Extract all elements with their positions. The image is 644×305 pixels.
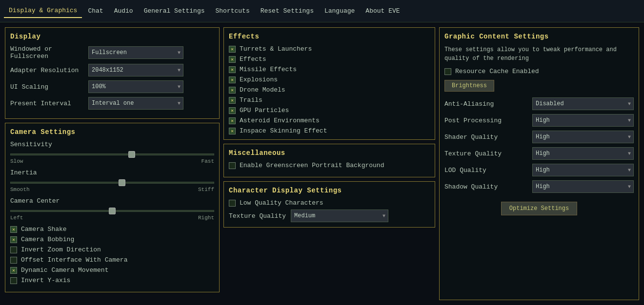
gc-setting-row: Texture QualityLowMediumHigh: [444, 147, 634, 160]
effect-checkbox[interactable]: [229, 66, 236, 73]
effect-checkbox[interactable]: [229, 128, 236, 134]
nav-item-reset-settings[interactable]: Reset Settings: [256, 4, 319, 18]
sensitivity-slider[interactable]: [10, 153, 214, 155]
gc-setting-label: Texture Quality: [444, 150, 532, 157]
effect-checkbox[interactable]: [229, 97, 236, 104]
gc-setting-select[interactable]: LowMediumHigh: [532, 114, 634, 127]
misc-title: Miscellaneous: [229, 149, 430, 157]
gc-settings-list: Anti-AliasingDisabledFXAATAAPost Process…: [444, 97, 634, 193]
windowed-select[interactable]: Fullscreen Windowed: [88, 46, 183, 59]
camera-checkbox-label: Invert Zoom Direction: [21, 246, 101, 253]
char-display-title: Character Display Settings: [229, 187, 430, 194]
gc-setting-label: LOD Quality: [444, 167, 532, 174]
effect-checkbox[interactable]: [229, 56, 236, 63]
resource-cache-row: Resource Cache Enabled: [444, 68, 634, 75]
ui-scaling-row: UI Scaling 100% 90%: [10, 80, 214, 93]
effect-item: Inspace Skinning Effect: [229, 127, 430, 134]
nav-item-general-settings[interactable]: General Settings: [139, 4, 210, 18]
brightness-button[interactable]: Brightness: [444, 80, 494, 92]
gc-title: Graphic Content Settings: [444, 33, 634, 40]
camera-checkbox[interactable]: [10, 267, 17, 274]
effect-label: Inspace Skinning Effect: [240, 127, 327, 134]
char-texture-row: Texture Quality Low Medium High: [229, 210, 430, 222]
camera-title: Camera Settings: [10, 128, 214, 136]
camera-checkbox[interactable]: [10, 226, 17, 233]
gc-setting-label: Anti-Aliasing: [444, 100, 532, 108]
char-display-list: Low Quality Characters: [229, 199, 430, 207]
camera-checkbox-row: Dynamic Camera Movement: [10, 267, 214, 274]
effect-label: Explosions: [240, 76, 278, 83]
camera-checkbox[interactable]: [10, 247, 17, 253]
camera-checkbox-label: Offset Interface With Camera: [21, 256, 127, 264]
inertia-slider[interactable]: [10, 182, 214, 184]
optimize-button[interactable]: Optimize Settings: [501, 202, 577, 215]
camera-center-min: Left: [10, 215, 23, 221]
camera-checkbox[interactable]: [10, 277, 17, 284]
ui-scaling-select[interactable]: 100% 90%: [88, 80, 183, 93]
misc-checkbox[interactable]: [229, 162, 236, 169]
effect-item: Drone Models: [229, 86, 430, 94]
windowed-label: Windowed or Fullscreen: [10, 45, 88, 60]
effect-checkbox[interactable]: [229, 117, 236, 124]
gc-setting-select[interactable]: LowMediumHigh: [532, 180, 634, 193]
effects-title: Effects: [229, 33, 430, 40]
center-panel: Effects Turrets & LaunchersEffectsMissil…: [223, 27, 435, 300]
gc-setting-label: Shader Quality: [444, 133, 532, 141]
display-section: Display Windowed or Fullscreen Fullscree…: [5, 27, 220, 119]
camera-center-row: Camera Center Left Right: [10, 197, 214, 221]
sensitivity-row: Sensitivity Slow Fast: [10, 141, 214, 164]
camera-checkbox-row: Camera Bobbing: [10, 236, 214, 243]
char-texture-label: Texture Quality: [229, 212, 286, 220]
right-panel: Graphic Content Settings These settings …: [439, 27, 639, 300]
char-display-checkbox[interactable]: [229, 200, 236, 207]
effect-checkbox[interactable]: [229, 87, 236, 94]
resolution-label: Adapter Resolution: [10, 67, 88, 74]
effects-section: Effects Turrets & LaunchersEffectsMissil…: [223, 27, 435, 140]
gc-setting-select[interactable]: LowMediumHigh: [532, 164, 634, 176]
gc-setting-select[interactable]: DisabledFXAATAA: [532, 97, 634, 110]
left-panel: Display Windowed or Fullscreen Fullscree…: [5, 27, 220, 300]
inertia-max: Stiff: [198, 187, 214, 192]
gc-setting-row: Shader QualityLowMediumHigh: [444, 131, 634, 143]
char-display-section: Character Display Settings Low Quality C…: [223, 181, 435, 228]
nav-item-shortcuts[interactable]: Shortcuts: [211, 4, 255, 18]
present-interval-select[interactable]: Interval one Interval two: [88, 97, 183, 110]
inertia-row: Inertia Smooth Stiff: [10, 169, 214, 192]
nav-item-chat[interactable]: Chat: [83, 4, 108, 18]
sensitivity-min: Slow: [10, 158, 23, 164]
effect-label: Turrets & Launchers: [240, 45, 312, 53]
ui-scaling-label: UI Scaling: [10, 83, 88, 91]
resolution-select[interactable]: 2048x1152 1920x1080: [88, 64, 183, 76]
nav-item-about-eve[interactable]: About EVE: [361, 4, 404, 18]
effect-label: Drone Models: [240, 86, 285, 94]
camera-center-label: Camera Center: [10, 197, 214, 205]
effect-checkbox[interactable]: [229, 76, 236, 83]
effect-item: Turrets & Launchers: [229, 45, 430, 53]
present-interval-row: Present Interval Interval one Interval t…: [10, 97, 214, 110]
effect-item: Missile Effects: [229, 66, 430, 73]
camera-checkbox[interactable]: [10, 257, 17, 264]
effect-item: Effects: [229, 56, 430, 63]
nav-item-audio[interactable]: Audio: [109, 4, 138, 18]
gc-setting-row: Post ProcessingLowMediumHigh: [444, 114, 634, 127]
gc-desc: These settings allow you to tweak perfor…: [444, 45, 634, 63]
camera-checkbox[interactable]: [10, 236, 17, 243]
effect-checkbox[interactable]: [229, 107, 236, 114]
sensitivity-label: Sensitivity: [10, 141, 214, 148]
display-title: Display: [10, 33, 214, 40]
gc-setting-select[interactable]: LowMediumHigh: [532, 131, 634, 143]
nav-item-display-and-graphics[interactable]: Display & Graphics: [4, 4, 82, 18]
gc-setting-select[interactable]: LowMediumHigh: [532, 147, 634, 160]
effect-checkbox[interactable]: [229, 46, 236, 53]
camera-checkbox-label: Dynamic Camera Movement: [21, 267, 108, 274]
camera-checkbox-label: Invert Y-axis: [21, 277, 70, 284]
char-texture-select[interactable]: Low Medium High: [291, 210, 388, 222]
camera-center-max: Right: [198, 215, 214, 221]
inertia-label: Inertia: [10, 169, 214, 176]
camera-checkbox-row: Camera Shake: [10, 226, 214, 233]
camera-center-slider[interactable]: [10, 210, 214, 212]
nav-item-language[interactable]: Language: [320, 4, 360, 18]
resolution-row: Adapter Resolution 2048x1152 1920x1080: [10, 64, 214, 76]
effect-label: Trails: [240, 96, 262, 104]
resource-cache-checkbox[interactable]: [444, 68, 451, 75]
